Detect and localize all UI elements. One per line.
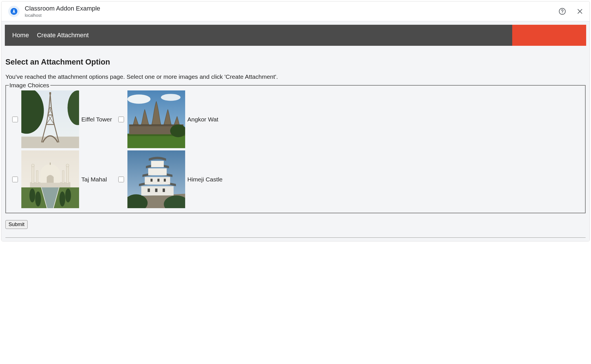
option-label: Angkor Wat bbox=[187, 116, 218, 123]
nav-accent bbox=[512, 25, 586, 46]
svg-point-12 bbox=[127, 95, 150, 104]
svg-rect-10 bbox=[49, 92, 51, 94]
svg-rect-47 bbox=[150, 179, 152, 182]
nav-item-create-attachment[interactable]: Create Attachment bbox=[37, 32, 89, 39]
dialog-subtitle: localhost bbox=[25, 13, 553, 18]
svg-point-35 bbox=[59, 192, 65, 207]
image-choices-fieldset: Image Choices bbox=[5, 82, 586, 213]
option-himeji-castle[interactable]: Himeji Castle bbox=[115, 150, 223, 208]
svg-point-32 bbox=[29, 189, 35, 202]
svg-rect-49 bbox=[164, 179, 166, 182]
option-eiffel-tower[interactable]: Eiffel Tower bbox=[9, 90, 112, 148]
checkbox-himeji-castle[interactable] bbox=[118, 177, 124, 182]
dialog-header: Classroom Addon Example localhost bbox=[1, 1, 590, 21]
svg-point-33 bbox=[35, 192, 41, 207]
svg-point-25 bbox=[32, 164, 34, 167]
svg-rect-43 bbox=[151, 161, 164, 167]
svg-rect-20 bbox=[30, 182, 70, 187]
image-angkor-wat bbox=[127, 90, 185, 148]
svg-rect-44 bbox=[148, 189, 150, 192]
image-himeji-castle bbox=[127, 150, 185, 208]
image-eiffel-tower bbox=[21, 90, 79, 148]
page-intro: You've reached the attachment options pa… bbox=[5, 73, 586, 80]
svg-point-26 bbox=[66, 164, 69, 167]
image-taj-mahal bbox=[21, 150, 79, 208]
navbar: Home Create Attachment bbox=[5, 25, 586, 46]
help-icon[interactable] bbox=[558, 7, 566, 15]
svg-rect-9 bbox=[21, 137, 79, 148]
addon-icon bbox=[8, 6, 20, 17]
option-label: Eiffel Tower bbox=[81, 116, 112, 123]
svg-point-34 bbox=[65, 189, 71, 202]
svg-rect-24 bbox=[66, 166, 69, 183]
dialog-title: Classroom Addon Example bbox=[25, 5, 553, 12]
svg-rect-48 bbox=[157, 179, 159, 182]
close-icon[interactable] bbox=[576, 7, 584, 15]
checkbox-angkor-wat[interactable] bbox=[118, 117, 124, 122]
svg-rect-27 bbox=[36, 171, 38, 183]
nav-item-home[interactable]: Home bbox=[12, 32, 29, 39]
option-label: Taj Mahal bbox=[81, 176, 107, 183]
svg-point-3 bbox=[562, 13, 563, 13]
page-heading: Select an Attachment Option bbox=[5, 58, 586, 67]
svg-rect-46 bbox=[163, 189, 165, 192]
submit-button[interactable]: Submit bbox=[5, 220, 28, 229]
checkbox-taj-mahal[interactable] bbox=[12, 177, 18, 182]
fieldset-legend: Image Choices bbox=[9, 82, 50, 89]
option-angkor-wat[interactable]: Angkor Wat bbox=[115, 90, 223, 148]
option-label: Himeji Castle bbox=[187, 176, 223, 183]
divider bbox=[5, 237, 586, 238]
svg-rect-28 bbox=[62, 171, 64, 183]
svg-point-1 bbox=[13, 9, 15, 11]
checkbox-eiffel-tower[interactable] bbox=[12, 117, 18, 122]
svg-rect-42 bbox=[148, 168, 167, 175]
option-taj-mahal[interactable]: Taj Mahal bbox=[9, 150, 112, 208]
svg-point-13 bbox=[161, 94, 181, 101]
svg-rect-23 bbox=[32, 166, 34, 183]
svg-rect-45 bbox=[155, 189, 157, 192]
